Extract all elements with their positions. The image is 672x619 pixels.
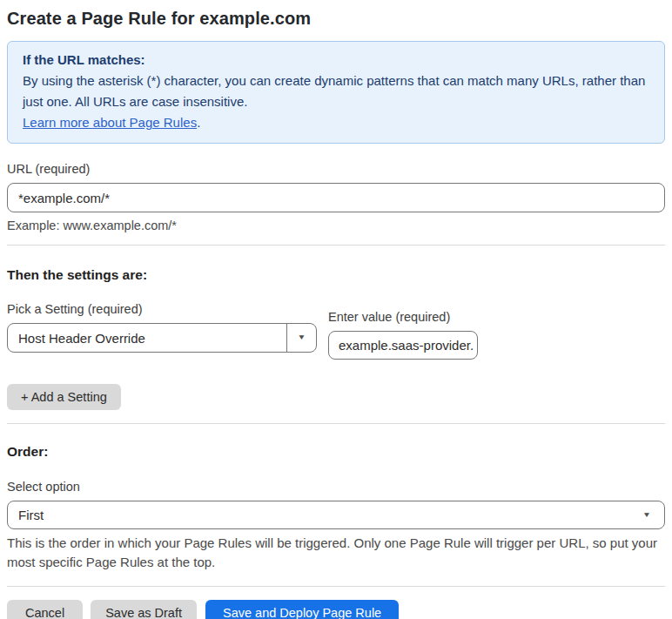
cancel-button[interactable]: Cancel xyxy=(7,600,83,619)
divider xyxy=(7,423,665,424)
save-draft-button[interactable]: Save as Draft xyxy=(91,600,197,619)
url-label: URL (required) xyxy=(7,161,665,177)
save-deploy-button[interactable]: Save and Deploy Page Rule xyxy=(205,600,399,619)
pick-setting-label: Pick a Setting (required) xyxy=(7,301,317,317)
order-select-value: First xyxy=(18,508,44,522)
divider xyxy=(7,586,665,587)
url-example-helper: Example: www.example.com/* xyxy=(7,218,665,233)
pick-setting-dropdown-button[interactable]: ▼ xyxy=(286,324,316,352)
learn-more-link[interactable]: Learn more about Page Rules xyxy=(23,115,197,130)
divider xyxy=(7,245,665,246)
enter-value-label: Enter value (required) xyxy=(328,309,478,325)
settings-row: Pick a Setting (required) Host Header Ov… xyxy=(7,301,665,360)
setting-value-input[interactable] xyxy=(328,331,478,360)
page-rule-form: Create a Page Rule for example.com If th… xyxy=(0,8,672,619)
info-box-body: By using the asterisk (*) character, you… xyxy=(23,71,649,112)
info-box-heading: If the URL matches: xyxy=(23,50,649,71)
settings-section-heading: Then the settings are: xyxy=(7,266,665,283)
link-period: . xyxy=(197,115,200,130)
select-option-label: Select option xyxy=(7,479,665,495)
info-box-link-line: Learn more about Page Rules. xyxy=(23,112,649,133)
pick-setting-select[interactable]: Host Header Override ▼ xyxy=(7,323,317,353)
url-match-info-box: If the URL matches: By using the asteris… xyxy=(7,41,665,144)
chevron-down-icon: ▼ xyxy=(642,511,651,518)
enter-value-field: Enter value (required) xyxy=(328,301,478,360)
order-select[interactable]: First ▼ xyxy=(7,501,665,529)
order-field: Select option First ▼ This is the order … xyxy=(7,479,665,572)
footer-actions: Cancel Save as Draft Save and Deploy Pag… xyxy=(7,600,665,619)
pick-setting-field: Pick a Setting (required) Host Header Ov… xyxy=(7,301,317,360)
page-title: Create a Page Rule for example.com xyxy=(7,8,665,30)
url-section: URL (required) Example: www.example.com/… xyxy=(7,161,665,233)
order-section-heading: Order: xyxy=(7,443,665,460)
order-helper-text: This is the order in which your Page Rul… xyxy=(7,534,665,572)
add-setting-button[interactable]: + Add a Setting xyxy=(7,384,121,410)
chevron-down-icon: ▼ xyxy=(298,334,306,341)
pick-setting-value: Host Header Override xyxy=(8,324,286,352)
url-input[interactable] xyxy=(7,183,665,212)
